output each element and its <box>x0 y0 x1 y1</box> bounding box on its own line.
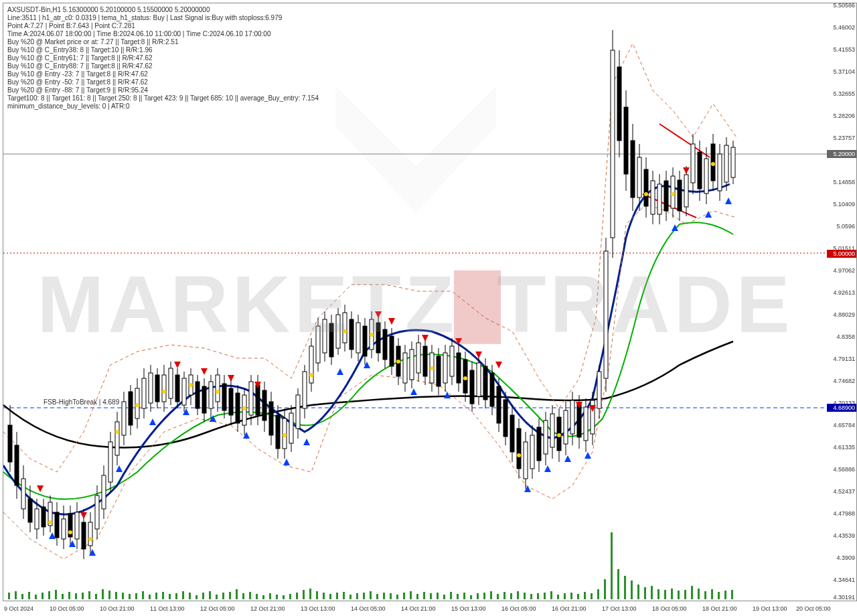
svg-rect-265 <box>149 595 151 599</box>
svg-rect-306 <box>423 592 425 599</box>
xtick: 10 Oct 05:00 <box>50 605 84 612</box>
svg-rect-164 <box>537 427 541 461</box>
svg-rect-104 <box>336 315 340 348</box>
svg-rect-90 <box>289 413 293 443</box>
svg-rect-108 <box>349 319 354 350</box>
svg-rect-86 <box>276 415 280 449</box>
svg-rect-30 <box>88 522 92 546</box>
chart-container[interactable]: MARKETZTRADE <box>0 0 857 616</box>
price-tag-fsb: 4.68900 <box>827 404 856 412</box>
svg-rect-34 <box>102 475 106 509</box>
svg-rect-280 <box>249 592 251 599</box>
ytick: 4.92613 <box>833 289 855 296</box>
ytick: 5.41553 <box>833 46 855 53</box>
svg-rect-160 <box>524 442 528 479</box>
svg-rect-302 <box>396 595 398 599</box>
svg-rect-36 <box>108 442 112 482</box>
xtick: 11 Oct 13:00 <box>150 605 185 612</box>
svg-point-237 <box>430 366 434 370</box>
svg-rect-342 <box>664 590 666 599</box>
ytick: 4.34641 <box>833 576 855 583</box>
svg-rect-303 <box>403 593 405 599</box>
svg-rect-8 <box>15 445 19 485</box>
svg-rect-257 <box>95 594 97 599</box>
ytick: 5.23757 <box>833 135 855 141</box>
svg-rect-266 <box>155 593 157 599</box>
ytick: 5.37104 <box>833 68 855 75</box>
svg-rect-66 <box>209 382 213 408</box>
ytick: 5.32655 <box>833 90 855 97</box>
svg-rect-162 <box>530 435 534 469</box>
plot-area[interactable]: MARKETZTRADE <box>3 3 828 601</box>
svg-rect-126 <box>410 350 414 380</box>
svg-rect-352 <box>731 590 733 599</box>
svg-rect-263 <box>135 593 137 599</box>
svg-rect-325 <box>550 591 552 599</box>
svg-point-241 <box>644 192 648 196</box>
svg-point-239 <box>517 453 521 457</box>
svg-rect-291 <box>323 593 325 599</box>
svg-rect-130 <box>423 346 427 376</box>
svg-rect-124 <box>403 353 407 383</box>
svg-point-226 <box>115 430 119 434</box>
svg-rect-268 <box>169 594 171 599</box>
svg-rect-244 <box>8 593 10 599</box>
svg-rect-339 <box>644 587 646 599</box>
svg-rect-301 <box>390 593 392 599</box>
svg-rect-316 <box>490 591 492 599</box>
ytick: 5.50586 <box>833 2 855 9</box>
svg-rect-307 <box>430 593 432 599</box>
y-axis: 5.50586 5.46002 5.41553 5.37104 5.32655 … <box>827 3 857 601</box>
svg-rect-22 <box>62 519 66 539</box>
svg-rect-255 <box>82 593 84 599</box>
xtick: 14 Oct 05:00 <box>351 605 386 612</box>
info-line: Time A:2024.06.07 18:00:00 | Time B:2024… <box>7 30 319 38</box>
svg-rect-184 <box>604 251 608 378</box>
svg-rect-98 <box>316 326 320 363</box>
ytick: 4.8358 <box>836 333 855 340</box>
svg-point-229 <box>189 383 193 387</box>
svg-rect-68 <box>216 375 220 402</box>
xtick: 19 Oct 13:00 <box>753 605 787 612</box>
svg-point-238 <box>463 376 467 380</box>
ytick: 4.30191 <box>833 594 855 601</box>
svg-rect-345 <box>684 590 686 599</box>
svg-rect-246 <box>21 594 23 599</box>
svg-rect-100 <box>323 319 327 353</box>
info-line: Buy %20 @ Market price or at: 7.27 || Ta… <box>7 38 319 46</box>
svg-rect-351 <box>724 591 726 599</box>
svg-rect-106 <box>343 313 347 343</box>
svg-rect-62 <box>196 382 200 408</box>
svg-rect-194 <box>637 157 641 198</box>
svg-rect-329 <box>577 594 579 599</box>
svg-rect-286 <box>289 594 291 599</box>
svg-rect-190 <box>624 107 628 174</box>
svg-rect-323 <box>537 593 539 599</box>
svg-rect-70 <box>222 384 226 410</box>
svg-rect-292 <box>329 594 331 599</box>
svg-rect-148 <box>483 366 487 400</box>
svg-rect-315 <box>483 593 485 599</box>
watermark-logo-icon <box>309 46 523 260</box>
svg-rect-322 <box>530 594 532 599</box>
svg-rect-288 <box>303 590 305 599</box>
svg-rect-274 <box>209 591 211 599</box>
svg-rect-341 <box>657 589 659 599</box>
svg-rect-218 <box>718 154 722 191</box>
info-line: Target100: 8 || Target 161: 8 || Target … <box>7 94 319 102</box>
svg-rect-214 <box>704 159 708 194</box>
svg-rect-174 <box>570 400 574 434</box>
svg-rect-140 <box>457 353 461 383</box>
svg-rect-182 <box>597 372 601 408</box>
svg-rect-297 <box>363 593 365 599</box>
svg-rect-260 <box>115 592 117 599</box>
svg-rect-309 <box>443 595 445 599</box>
ytick: 4.56886 <box>833 466 855 473</box>
xtick: 18 Oct 21:00 <box>702 605 737 612</box>
svg-rect-110 <box>356 323 360 353</box>
svg-rect-328 <box>570 593 572 599</box>
svg-rect-112 <box>363 326 367 356</box>
svg-rect-74 <box>236 393 240 423</box>
svg-rect-264 <box>142 591 144 599</box>
ytick: 5.14858 <box>833 179 855 185</box>
